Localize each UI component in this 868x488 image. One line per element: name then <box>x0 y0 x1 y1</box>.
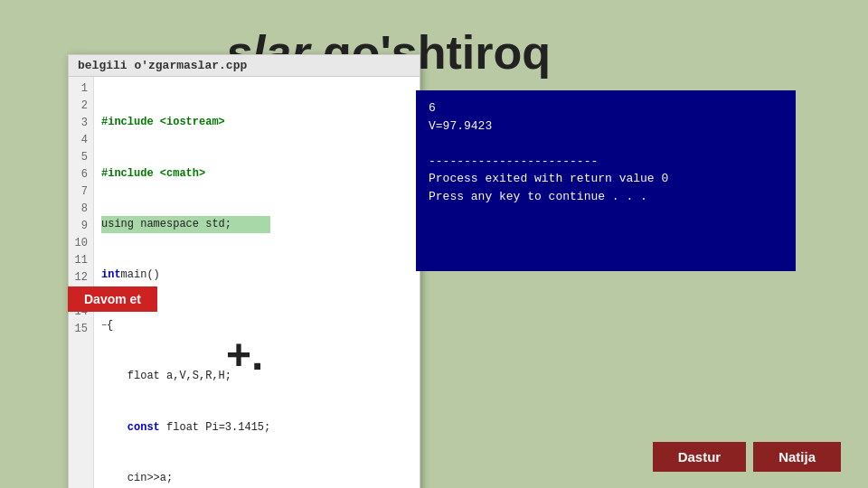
davom-button[interactable]: Davom et <box>68 286 157 312</box>
code-line: #include <iostream> <box>101 114 270 131</box>
code-line: int main() <box>101 267 270 284</box>
code-line: #include <cmath> <box>101 164 270 182</box>
plus-text: +. <box>226 330 263 380</box>
code-line: const float Pi=3.1415; <box>101 418 270 436</box>
terminal-panel: 6 V=97.9423 ------------------------ Pro… <box>416 90 796 271</box>
bottom-buttons: Dastur Natija <box>653 442 841 472</box>
natija-button[interactable]: Natija <box>753 442 841 472</box>
natija-label: Natija <box>778 449 816 465</box>
code-content: #include <iostream> #include <cmath> usi… <box>94 77 278 488</box>
terminal-line: Press any key to continue . . . <box>429 188 783 206</box>
terminal-line <box>429 135 783 153</box>
dastur-button[interactable]: Dastur <box>653 442 747 472</box>
terminal-line: 6 <box>429 99 783 117</box>
terminal-line: V=97.9423 <box>429 117 783 136</box>
line-numbers: 1 2 3 4 5 6 7 8 9 10 11 12 13 14 15 <box>69 77 94 488</box>
code-panel-title: belgili o'zgarmaslar.cpp <box>69 55 420 77</box>
filename-label: belgili o'zgarmaslar.cpp <box>78 59 247 72</box>
terminal-line: ------------------------ <box>429 153 783 171</box>
code-panel: belgili o'zgarmaslar.cpp 1 2 3 4 5 6 7 8… <box>68 54 420 488</box>
code-line: cin>>a; <box>101 470 270 487</box>
code-body: 1 2 3 4 5 6 7 8 9 10 11 12 13 14 15 #inc… <box>69 77 420 488</box>
main-container: slar qo'shtiroq chiga olingan da k belgi… <box>0 0 868 488</box>
dastur-label: Dastur <box>678 449 722 465</box>
terminal-line: Process exited with return value 0 <box>429 170 783 188</box>
code-line-highlighted: using namespace std; <box>101 216 270 233</box>
davom-label: Davom et <box>84 292 141 306</box>
